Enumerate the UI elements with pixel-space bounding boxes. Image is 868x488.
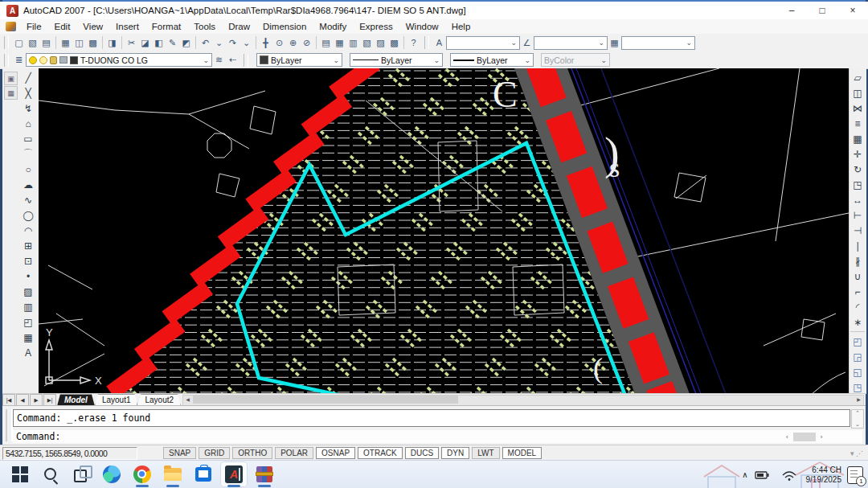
- toggle-otrack-button[interactable]: OTRACK: [358, 447, 403, 459]
- toolbar-open-button[interactable]: ▧: [26, 35, 39, 50]
- scroll-right-icon[interactable]: ▶: [854, 396, 863, 404]
- draw-polyline-button[interactable]: ↯: [20, 100, 36, 116]
- status-tray-arrow-icon[interactable]: ▾ ⋰: [850, 449, 863, 457]
- layer-combo[interactable]: T-DUONG CO LG ⌄: [26, 53, 212, 67]
- modify-join-button[interactable]: ∪: [850, 269, 866, 284]
- toolbar-undo-button[interactable]: ↶: [199, 35, 212, 50]
- scroll-left-icon[interactable]: ◀: [183, 396, 192, 404]
- toggle-ducs-button[interactable]: DUCS: [405, 447, 439, 459]
- toolbar-zoom-window-button[interactable]: ⊕: [286, 35, 300, 50]
- scrollbar-thumb[interactable]: [793, 433, 816, 441]
- toolbar-grip[interactable]: [4, 54, 9, 67]
- notification-icon[interactable]: 1: [847, 466, 863, 484]
- next-tab-button[interactable]: ▶: [30, 394, 43, 406]
- menu-item-format[interactable]: Format: [145, 22, 187, 31]
- toolbar-redo-list-button[interactable]: ⌄: [240, 35, 253, 50]
- taskbar-icon-taskview[interactable]: [68, 461, 95, 487]
- command-input-scrollbar[interactable]: ‹ ›: [786, 432, 850, 442]
- menu-item-insert[interactable]: Insert: [109, 22, 145, 31]
- draw-spline-button[interactable]: ∿: [20, 192, 36, 207]
- toggle-model-button[interactable]: MODEL: [502, 447, 542, 459]
- toolbar-plot-button[interactable]: ▦: [59, 35, 72, 50]
- draworder-send-to-back-button[interactable]: ◲: [850, 349, 866, 364]
- toolbar-save-button[interactable]: ▤: [39, 35, 53, 50]
- tab-layout1[interactable]: Layout1: [95, 394, 138, 406]
- modify-copy-button[interactable]: ◫: [850, 85, 866, 100]
- tab-model[interactable]: Model: [57, 394, 95, 406]
- menu-item-help[interactable]: Help: [445, 22, 477, 31]
- draw-gradient-button[interactable]: ▥: [20, 299, 36, 314]
- draw-ellipse-button[interactable]: ◯: [20, 207, 36, 223]
- toggle-osnap-button[interactable]: OSNAP: [316, 447, 355, 459]
- toolbar-zoom-previous-button[interactable]: ⊘: [300, 35, 313, 50]
- toolbar-match-properties-button[interactable]: ✎: [166, 35, 179, 50]
- color-combo[interactable]: ByLayer ⌄: [256, 53, 342, 67]
- draw-line-button[interactable]: ╱: [20, 70, 36, 85]
- modify-erase-button[interactable]: ▱: [850, 70, 866, 85]
- toolbar-qnew-button[interactable]: ▢: [12, 35, 26, 50]
- toolbar-designcenter-button[interactable]: ▦: [333, 35, 346, 50]
- modify-break-at-point-button[interactable]: ∣: [850, 238, 866, 253]
- modify-offset-button[interactable]: ≡: [850, 116, 866, 131]
- toggle-snap-button[interactable]: SNAP: [163, 447, 196, 459]
- scroll-right-icon[interactable]: ›: [821, 433, 823, 441]
- toggle-lwt-button[interactable]: LWT: [472, 447, 499, 459]
- taskbar-icon-explorer[interactable]: [159, 461, 186, 487]
- draw-arc-button[interactable]: ⌒: [20, 146, 36, 162]
- horizontal-scrollbar[interactable]: ◀ ▶: [182, 395, 864, 406]
- toggle-polar-button[interactable]: POLAR: [275, 447, 313, 459]
- draw-rectangle-button[interactable]: ▭: [20, 131, 36, 146]
- scroll-up-icon[interactable]: ⌃: [855, 410, 860, 416]
- draw-region-button[interactable]: ◰: [20, 314, 36, 330]
- menu-item-modify[interactable]: Modify: [313, 22, 353, 31]
- toolbar-zoom-realtime-button[interactable]: ⊙: [272, 35, 286, 50]
- tray-status-icons[interactable]: [754, 469, 800, 482]
- coordinate-readout[interactable]: 5432.7155, 1565.8549, 0.0000: [2, 447, 137, 460]
- draw-circle-button[interactable]: ○: [20, 162, 36, 177]
- modify-trim-button[interactable]: ⊢: [850, 207, 866, 223]
- modify-fillet-button[interactable]: ◜: [850, 299, 866, 314]
- taskbar-icon-chrome[interactable]: [129, 461, 156, 487]
- command-window-splitter[interactable]: [6, 409, 13, 441]
- command-history-scrollbar[interactable]: ⌃ ⌄: [851, 409, 864, 429]
- menu-item-express[interactable]: Express: [353, 22, 399, 31]
- toolbar-undo-list-button[interactable]: ⌄: [212, 35, 226, 50]
- menu-item-draw[interactable]: Draw: [222, 22, 256, 31]
- strip-button-1[interactable]: ▣: [4, 72, 18, 85]
- draw-make-block-button[interactable]: ⊡: [20, 253, 36, 269]
- taskbar-icon-start[interactable]: [6, 461, 34, 487]
- menu-item-dimension[interactable]: Dimension: [256, 22, 313, 31]
- toolbar-quickcalc-button[interactable]: ▩: [387, 35, 401, 50]
- toolbar-help-button[interactable]: ?: [407, 35, 420, 50]
- draw-ellipse-arc-button[interactable]: ◠: [20, 223, 36, 238]
- modify-rotate-button[interactable]: ↻: [850, 162, 866, 177]
- modify-explode-button[interactable]: ∗: [850, 314, 866, 330]
- menu-item-view[interactable]: View: [76, 22, 109, 31]
- dim-style-combo[interactable]: ⌄: [534, 36, 608, 50]
- modify-break-button[interactable]: ∦: [850, 253, 866, 269]
- layer-previous-button[interactable]: ⇠: [226, 53, 240, 68]
- toolbar-grip[interactable]: [424, 36, 429, 49]
- lineweight-combo[interactable]: ByLayer ⌄: [450, 53, 534, 67]
- menu-item-window[interactable]: Window: [399, 22, 445, 31]
- command-input[interactable]: Command:: [13, 430, 862, 443]
- toolbar-grip[interactable]: [4, 36, 9, 49]
- toggle-dyn-button[interactable]: DYN: [441, 447, 469, 459]
- toolbar-pan-button[interactable]: ╋: [259, 35, 272, 50]
- text-style-combo[interactable]: ⌄: [446, 36, 520, 50]
- draw-construction-line-button[interactable]: ╳: [20, 85, 36, 100]
- maximize-button[interactable]: □: [807, 2, 837, 19]
- scroll-down-icon[interactable]: ⌄: [855, 421, 860, 428]
- toolbar-sheet-set-manager-button[interactable]: ▧: [360, 35, 374, 50]
- toolbar-tool-palettes-button[interactable]: ▥: [346, 35, 360, 50]
- drawing-canvas[interactable]: C ) s ( Y X: [39, 68, 849, 394]
- toolbar-3d-dwf-button[interactable]: ◨: [105, 35, 119, 50]
- taskbar-icon-acad[interactable]: A: [220, 461, 248, 487]
- modify-chamfer-button[interactable]: ⌐: [850, 284, 866, 299]
- toolbar-cut-button[interactable]: ✂: [125, 35, 138, 50]
- taskbar-icon-edge[interactable]: [98, 461, 125, 487]
- modify-stretch-button[interactable]: ↔: [850, 192, 866, 207]
- toolbar-plot-preview-button[interactable]: ◫: [72, 35, 86, 50]
- text-style-icon[interactable]: A: [432, 35, 446, 50]
- previous-tab-button[interactable]: ◀: [16, 394, 29, 406]
